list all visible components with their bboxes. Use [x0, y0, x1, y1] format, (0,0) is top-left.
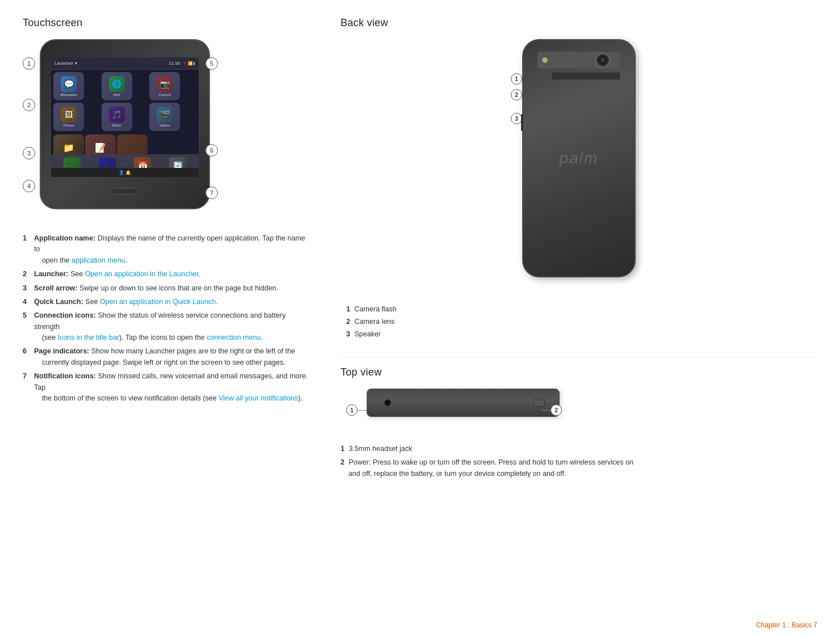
desc-num-7: 7	[23, 371, 27, 382]
top-desc-list: 1 3.5mm headset jack 2 Power: Press to w…	[341, 443, 817, 479]
notification-bar[interactable]: 👤 🔔	[51, 168, 199, 177]
back-view-title: Back view	[341, 17, 817, 29]
top-callout-2-line	[541, 410, 551, 411]
app-grid-row1: 💬 Messaging 🌐 Web 📷 Camera	[51, 70, 199, 103]
desc-item-1: 1 Application name: Displays the name of…	[23, 233, 312, 266]
desc-num-5: 5	[23, 310, 27, 321]
desc-term-1: Application name:	[34, 234, 95, 242]
app-messaging[interactable]: 💬 Messaging	[53, 72, 84, 100]
desc-term-5: Connection icons:	[34, 311, 96, 319]
desc-num-1: 1	[23, 233, 27, 244]
desc-num-6: 6	[23, 346, 27, 357]
music-icon: 🎵	[109, 107, 125, 123]
back-desc-num-1: 1	[346, 305, 350, 313]
desc-item-5: 5 Connection icons: Show the status of w…	[23, 310, 312, 343]
callout-3-group: 3	[23, 153, 33, 153]
phone-screen: Launcher ▾ 11:16 ☆ 📶▮ 💬 Messaging 🌐 Web	[51, 57, 199, 177]
desc-term-7: Notification icons:	[34, 372, 96, 380]
screen-status-icons: ☆ 📶▮	[183, 61, 195, 66]
back-desc-label-1: Camera flash	[354, 305, 396, 313]
top-callout-1: 1	[346, 404, 367, 416]
callout-5-group: 5	[205, 63, 216, 64]
callout-2-group: 2	[23, 104, 33, 105]
left-column: Touchscreen 1 2 3 4	[23, 17, 329, 626]
photos-icon: 🖼	[61, 107, 77, 123]
desc-text-4b: .	[216, 298, 217, 306]
screen-app-name: Launcher ▾	[54, 61, 165, 66]
back-desc-list: 1 Camera flash 2 Camera lens 3 Speaker	[346, 303, 817, 340]
back-desc-label-3: Speaker	[354, 330, 381, 338]
link-application-menu[interactable]: application menu	[72, 256, 125, 264]
messaging-icon: 💬	[61, 76, 77, 92]
right-column: Back view 1 2 3	[329, 17, 817, 626]
app-messaging-label: Messaging	[60, 93, 77, 96]
camera-lens	[595, 53, 610, 68]
touchscreen-title: Touchscreen	[23, 17, 312, 29]
top-desc-text-2: Press to wake up or turn off the screen.…	[341, 458, 633, 478]
desc-term-6: Page indicators:	[34, 347, 89, 355]
top-desc-num-1: 1	[341, 445, 345, 453]
link-notifications[interactable]: View all your notifications	[219, 394, 298, 402]
callout-6: 6	[205, 144, 218, 157]
callout-5: 5	[205, 57, 218, 70]
app-videos[interactable]: 🎬 Videos	[149, 103, 180, 131]
touchscreen-diagram: 1 2 3 4 L	[23, 39, 216, 221]
app-grid-row2: 🖼 Photos 🎵 Music 🎬 Videos	[51, 103, 199, 133]
app-videos-label: Videos	[159, 124, 170, 127]
app-photos[interactable]: 🖼 Photos	[53, 103, 84, 131]
callout-1: 1	[23, 57, 35, 70]
screen-statusbar: Launcher ▾ 11:16 ☆ 📶▮	[51, 57, 199, 70]
back-callout-num-2: 2	[511, 89, 522, 100]
page-footer: Chapter 1 : Basics 7	[756, 621, 817, 629]
back-desc-label-2: Camera lens	[354, 318, 394, 326]
top-desc-2: 2 Power: Press to wake up or turn off th…	[341, 457, 817, 479]
back-phone-body: palm	[522, 39, 636, 277]
top-view-title: Top view	[341, 366, 817, 378]
link-icons-title-bar[interactable]: Icons in the title bar	[58, 334, 119, 341]
camera-housing	[537, 52, 620, 69]
callout-2: 2	[23, 99, 35, 111]
app-web[interactable]: 🌐 Web	[102, 72, 132, 100]
desc-text-2b: .	[199, 270, 200, 278]
top-phone-diagram: 1 2	[346, 389, 562, 434]
link-quick-launch[interactable]: Open an application in Quick Launch	[100, 298, 216, 306]
app-music[interactable]: 🎵 Music	[102, 103, 132, 131]
back-phone-diagram: 1 2 3	[511, 39, 647, 294]
callout-7: 7	[205, 187, 218, 199]
desc-text-1b: .	[125, 256, 127, 264]
desc-text-4: See	[85, 298, 100, 306]
top-callout-num-2: 2	[551, 404, 562, 416]
home-button[interactable]	[111, 188, 139, 195]
back-view-section: Back view 1 2 3	[341, 17, 817, 340]
top-desc-label-1: 3.5mm headset jack	[348, 445, 412, 453]
desc-num-3: 3	[23, 283, 27, 294]
link-connection-menu[interactable]: connection menu	[207, 334, 261, 341]
camera-flash	[542, 57, 548, 63]
link-launcher[interactable]: Open an application in the Launcher	[85, 270, 199, 278]
speaker-bar	[552, 72, 620, 80]
desc-item-2: 2 Launcher: See Open an application in t…	[23, 269, 312, 280]
top-phone-body	[367, 389, 560, 417]
desc-term-3: Scroll arrow:	[34, 284, 77, 292]
back-callout-num-3: 3	[511, 113, 522, 124]
desc-item-6: 6 Page indicators: Show how many Launche…	[23, 346, 312, 368]
notification-icon: 👤 🔔	[119, 170, 131, 175]
web-icon: 🌐	[109, 76, 125, 92]
headset-jack	[384, 399, 391, 406]
side-button[interactable]	[521, 114, 523, 131]
callout-6-group: 6	[205, 150, 216, 150]
desc-text-2: See	[70, 270, 85, 278]
top-callout-num-1: 1	[346, 404, 358, 416]
videos-icon: 🎬	[157, 107, 173, 123]
section-divider	[341, 357, 817, 357]
desc-term-2: Launcher:	[34, 270, 68, 278]
desc-num-4: 4	[23, 297, 27, 307]
top-callout-2: 2	[541, 404, 562, 416]
top-desc-1: 1 3.5mm headset jack	[341, 443, 817, 454]
desc-item-4: 4 Quick Launch: See Open an application …	[23, 297, 312, 307]
callout-1-group: 1	[23, 63, 33, 64]
callout-4-group: 4	[23, 185, 33, 186]
app-camera[interactable]: 📷 Camera	[149, 72, 180, 100]
desc-text-5b: ). Tap the icons to open the	[119, 334, 207, 341]
screen-time: 11:16	[169, 61, 180, 66]
